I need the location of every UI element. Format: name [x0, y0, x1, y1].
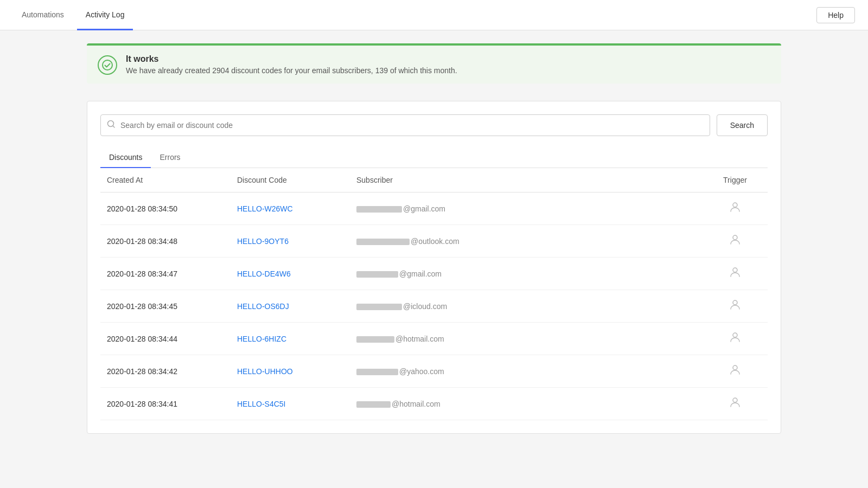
top-nav: Automations Activity Log Help — [0, 0, 868, 30]
cell-subscriber: @gmail.com — [350, 192, 703, 225]
nav-tab-activity-log[interactable]: Activity Log — [77, 1, 133, 30]
cell-discount-code: HELLO-6HIZC — [231, 323, 350, 355]
cell-discount-code: HELLO-OS6DJ — [231, 290, 350, 323]
subscriber-email: @gmail.com — [356, 269, 442, 278]
help-button[interactable]: Help — [816, 7, 855, 23]
person-icon — [730, 399, 741, 410]
table-row: 2020-01-28 08:34:47 HELLO-DE4W6 @gmail.c… — [100, 258, 768, 290]
person-icon — [730, 268, 741, 280]
svg-point-4 — [733, 268, 737, 272]
svg-point-0 — [103, 60, 112, 70]
search-row: Search — [100, 114, 768, 136]
tab-errors[interactable]: Errors — [151, 147, 189, 168]
main-content: It works We have already created 2904 di… — [0, 30, 868, 447]
subscriber-email: @gmail.com — [356, 204, 445, 213]
subscriber-email: @hotmail.com — [356, 335, 444, 343]
cell-discount-code: HELLO-DE4W6 — [231, 258, 350, 290]
cell-created-at: 2020-01-28 08:34:48 — [100, 225, 231, 258]
cell-created-at: 2020-01-28 08:34:47 — [100, 258, 231, 290]
svg-point-8 — [733, 398, 737, 402]
search-button[interactable]: Search — [717, 114, 768, 136]
discount-code-link[interactable]: HELLO-W26WC — [237, 204, 293, 213]
col-header-discount-code: Discount Code — [231, 168, 350, 192]
discount-code-link[interactable]: HELLO-6HIZC — [237, 335, 286, 343]
svg-point-7 — [733, 365, 737, 370]
cell-created-at: 2020-01-28 08:34:45 — [100, 290, 231, 323]
svg-point-6 — [733, 333, 737, 337]
cell-subscriber: @outlook.com — [350, 225, 703, 258]
cell-discount-code: HELLO-UHHOO — [231, 355, 350, 388]
cell-created-at: 2020-01-28 08:34:41 — [100, 388, 231, 420]
discount-code-link[interactable]: HELLO-OS6DJ — [237, 302, 289, 311]
cell-created-at: 2020-01-28 08:34:42 — [100, 355, 231, 388]
person-icon — [730, 236, 741, 248]
col-header-created-at: Created At — [100, 168, 231, 192]
discount-code-link[interactable]: HELLO-S4C5I — [237, 400, 285, 408]
cell-subscriber: @icloud.com — [350, 290, 703, 323]
cell-trigger — [703, 225, 768, 258]
cell-subscriber: @hotmail.com — [350, 388, 703, 420]
person-icon — [730, 333, 741, 345]
table-row: 2020-01-28 08:34:45 HELLO-OS6DJ @icloud.… — [100, 290, 768, 323]
svg-point-5 — [733, 300, 737, 305]
nav-tab-automations[interactable]: Automations — [13, 1, 73, 30]
content-tab-bar: Discounts Errors — [100, 147, 768, 168]
discount-code-link[interactable]: HELLO-9OYT6 — [237, 237, 289, 246]
cell-created-at: 2020-01-28 08:34:44 — [100, 323, 231, 355]
col-header-trigger: Trigger — [703, 168, 768, 192]
table-row: 2020-01-28 08:34:48 HELLO-9OYT6 @outlook… — [100, 225, 768, 258]
subscriber-email: @outlook.com — [356, 237, 459, 246]
subscriber-email: @yahoo.com — [356, 367, 444, 376]
svg-point-3 — [733, 235, 737, 240]
banner-title: It works — [126, 54, 457, 64]
content-card: Search Discounts Errors Created At Disco… — [87, 101, 781, 434]
cell-subscriber: @yahoo.com — [350, 355, 703, 388]
cell-created-at: 2020-01-28 08:34:50 — [100, 192, 231, 225]
cell-trigger — [703, 290, 768, 323]
cell-trigger — [703, 355, 768, 388]
cell-discount-code: HELLO-9OYT6 — [231, 225, 350, 258]
cell-trigger — [703, 258, 768, 290]
search-input[interactable] — [100, 114, 710, 136]
person-icon — [730, 203, 741, 215]
discount-code-link[interactable]: HELLO-UHHOO — [237, 367, 293, 376]
subscriber-email: @hotmail.com — [356, 400, 441, 408]
search-input-wrap — [100, 114, 710, 136]
success-banner: It works We have already created 2904 di… — [87, 43, 781, 84]
svg-point-2 — [733, 203, 737, 207]
col-header-subscriber: Subscriber — [350, 168, 703, 192]
cell-subscriber: @hotmail.com — [350, 323, 703, 355]
subscriber-email: @icloud.com — [356, 302, 447, 311]
cell-trigger — [703, 388, 768, 420]
tab-discounts[interactable]: Discounts — [100, 147, 151, 168]
discount-code-link[interactable]: HELLO-DE4W6 — [237, 269, 291, 278]
cell-discount-code: HELLO-W26WC — [231, 192, 350, 225]
cell-discount-code: HELLO-S4C5I — [231, 388, 350, 420]
cell-trigger — [703, 323, 768, 355]
banner-description: We have already created 2904 discount co… — [126, 66, 457, 75]
table-row: 2020-01-28 08:34:44 HELLO-6HIZC @hotmail… — [100, 323, 768, 355]
svg-point-1 — [108, 121, 114, 127]
search-icon — [107, 120, 116, 131]
table-row: 2020-01-28 08:34:41 HELLO-S4C5I @hotmail… — [100, 388, 768, 420]
person-icon — [730, 301, 741, 313]
success-icon — [98, 55, 117, 75]
nav-tabs: Automations Activity Log — [13, 0, 133, 30]
cell-subscriber: @gmail.com — [350, 258, 703, 290]
person-icon — [730, 366, 741, 378]
discounts-table: Created At Discount Code Subscriber Trig… — [100, 168, 768, 420]
table-header-row: Created At Discount Code Subscriber Trig… — [100, 168, 768, 192]
table-row: 2020-01-28 08:34:50 HELLO-W26WC @gmail.c… — [100, 192, 768, 225]
banner-text: It works We have already created 2904 di… — [126, 54, 457, 75]
cell-trigger — [703, 192, 768, 225]
table-row: 2020-01-28 08:34:42 HELLO-UHHOO @yahoo.c… — [100, 355, 768, 388]
